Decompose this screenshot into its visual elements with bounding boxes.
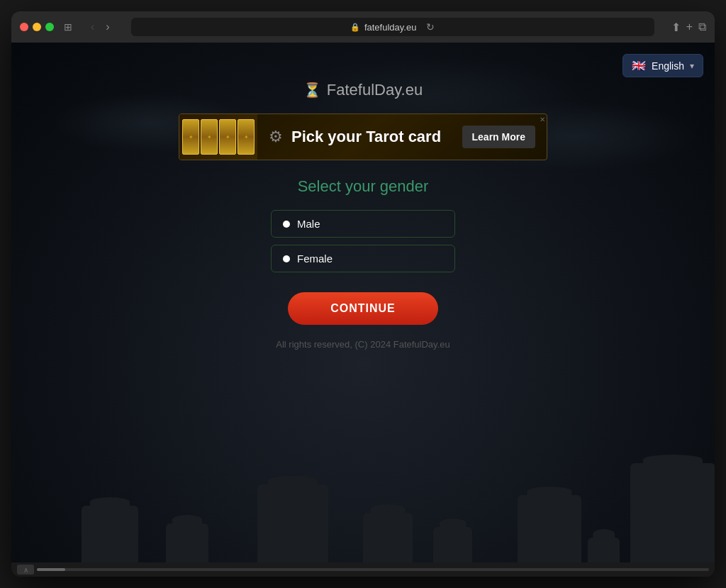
chevron-down-icon: ▾ — [690, 61, 694, 71]
mac-window: ⊞ ‹ › 🔒 fatefulday.eu ↻ ⬆ + ⧉ — [11, 11, 715, 577]
ad-title: Pick your Tarot card — [291, 128, 454, 146]
gravestone-8 — [630, 463, 715, 577]
gear-icon: ⚙ — [269, 128, 283, 146]
lock-icon: 🔒 — [350, 23, 360, 32]
ad-close-icon[interactable]: ✕ — [540, 116, 545, 123]
share-button[interactable]: ⬆ — [671, 21, 681, 34]
language-selector[interactable]: 🇬🇧 English ▾ — [622, 54, 703, 77]
back-button[interactable]: ‹ — [86, 19, 99, 35]
bottom-bar: ∧ — [11, 562, 715, 577]
flag-icon: 🇬🇧 — [632, 59, 646, 72]
tarot-card-1 — [182, 119, 199, 155]
gender-male-label: Male — [297, 218, 320, 230]
address-text: fatefulday.eu — [364, 22, 416, 33]
address-bar[interactable]: 🔒 fatefulday.eu ↻ — [131, 18, 654, 36]
new-tab-button[interactable]: + — [686, 21, 693, 34]
ad-cards-section — [179, 114, 257, 160]
ad-content: ⚙ Pick your Tarot card Learn More — [257, 126, 547, 148]
tarot-card-2 — [201, 119, 218, 155]
traffic-lights — [20, 23, 54, 31]
gender-option-male[interactable]: Male — [271, 210, 455, 238]
footer-text: All rights reserved, (C) 2024 FatefulDay… — [276, 339, 449, 350]
window-controls: ⊞ — [64, 21, 72, 33]
logo-text: FatefulDay.eu — [327, 81, 423, 99]
gender-options: Male Female — [271, 210, 455, 272]
tarot-card-4 — [238, 119, 255, 155]
window-actions: ⬆ + ⧉ — [671, 21, 706, 34]
tabs-button[interactable]: ⧉ — [698, 21, 706, 34]
gender-title: Select your gender — [298, 177, 429, 196]
reload-button[interactable]: ↻ — [426, 21, 435, 33]
radio-female-icon — [283, 255, 290, 262]
ad-banner[interactable]: ⚙ Pick your Tarot card Learn More ✕ — [179, 113, 547, 160]
scroll-up-button[interactable]: ∧ — [17, 565, 34, 575]
forward-button[interactable]: › — [101, 19, 113, 35]
gender-female-label: Female — [297, 253, 333, 265]
continue-button[interactable]: CONTINUE — [288, 292, 438, 325]
sidebar-toggle-icon[interactable]: ⊞ — [64, 21, 72, 33]
scrollbar-thumb[interactable] — [37, 568, 65, 571]
browser-content: 🇬🇧 English ▾ ⏳ FatefulDay.eu — [11, 43, 715, 577]
nav-controls: ‹ › — [86, 19, 114, 35]
close-button[interactable] — [20, 23, 28, 31]
gender-option-female[interactable]: Female — [271, 245, 455, 272]
title-bar: ⊞ ‹ › 🔒 fatefulday.eu ↻ ⬆ + ⧉ — [11, 11, 715, 43]
learn-more-button[interactable]: Learn More — [462, 126, 535, 148]
site-logo[interactable]: ⏳ FatefulDay.eu — [303, 81, 423, 99]
radio-male-icon — [283, 221, 290, 228]
minimize-button[interactable] — [33, 23, 41, 31]
maximize-button[interactable] — [45, 23, 54, 31]
scrollbar-track[interactable] — [37, 568, 709, 571]
page-content: ⏳ FatefulDay.eu ⚙ Pick your Tarot card L… — [11, 43, 715, 350]
hourglass-icon: ⏳ — [303, 82, 321, 99]
tarot-card-3 — [219, 119, 236, 155]
language-label: English — [652, 60, 684, 72]
